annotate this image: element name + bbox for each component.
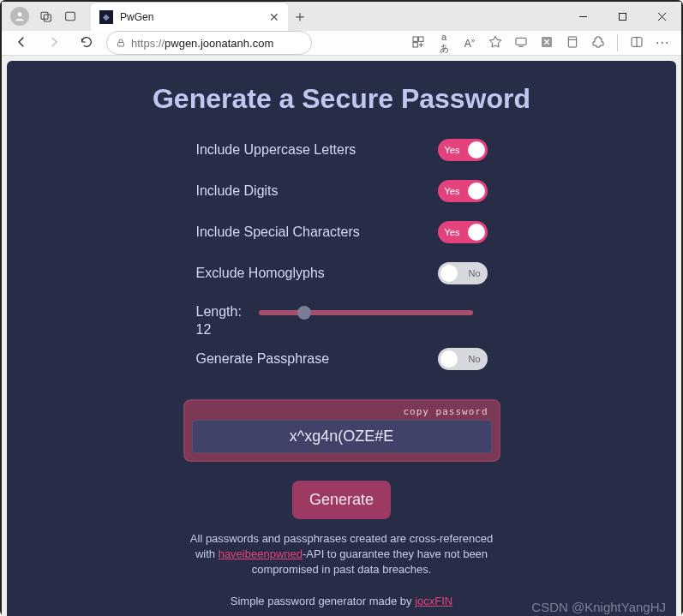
option-label: Generate Passphrase: [196, 351, 330, 367]
toggle-knob: [440, 350, 458, 368]
browser-tab[interactable]: ◆ PwGen ✕: [91, 2, 288, 31]
toggle-knob: [468, 141, 485, 158]
option-label: Include Digits: [196, 183, 279, 199]
toggle-knob: [440, 265, 458, 282]
titlebar: ◆ PwGen ✕ ＋: [2, 2, 681, 31]
more-icon[interactable]: ···: [656, 35, 669, 51]
cast-icon[interactable]: [514, 35, 528, 51]
workspaces-icon[interactable]: [39, 9, 53, 23]
slider-thumb[interactable]: [297, 306, 311, 320]
svg-point-0: [18, 12, 22, 16]
read-aloud-icon[interactable]: A»: [463, 37, 476, 50]
svg-rect-11: [413, 42, 417, 46]
footer: Simple password generator made by jocxFI…: [231, 577, 452, 607]
tab-title: PwGen: [120, 11, 262, 23]
translate-icon[interactable]: aあ: [437, 32, 451, 55]
option-digits: Include Digits Yes: [196, 180, 488, 202]
pwgen-app: Generate a Secure Password Include Upper…: [7, 61, 676, 616]
url-input[interactable]: https://pwgen.joonatanh.com: [106, 31, 312, 55]
toggle-special[interactable]: Yes: [438, 221, 488, 243]
author-link[interactable]: jocxFIN: [415, 595, 452, 607]
lock-icon: [116, 38, 126, 48]
refresh-button[interactable]: [74, 35, 99, 51]
page-title: Generate a Secure Password: [153, 83, 530, 115]
svg-rect-9: [413, 37, 417, 41]
option-label: Exclude Homoglyphs: [196, 266, 325, 281]
minimize-button[interactable]: [563, 2, 602, 31]
profile-icon[interactable]: [10, 7, 29, 26]
forward-button[interactable]: [41, 34, 67, 52]
length-value: 12: [196, 321, 242, 339]
maximize-button[interactable]: [602, 2, 642, 31]
password-output[interactable]: x^xg4n(OZE#E: [192, 420, 492, 453]
option-label: Include Special Characters: [196, 224, 360, 240]
favorite-icon[interactable]: [488, 35, 502, 51]
collections-icon[interactable]: [566, 35, 579, 51]
new-tab-button[interactable]: ＋: [288, 6, 312, 27]
split-screen-icon[interactable]: [630, 35, 644, 51]
tab-close-icon[interactable]: ✕: [269, 11, 279, 23]
copy-password-button[interactable]: copy password: [192, 406, 492, 420]
svg-rect-5: [619, 13, 626, 20]
svg-rect-17: [568, 37, 576, 47]
toggle-knob: [468, 182, 485, 200]
toggle-passphrase[interactable]: No: [438, 348, 488, 370]
length-label: Length:: [196, 303, 242, 321]
svg-rect-2: [44, 15, 51, 21]
option-length: Length: 12: [196, 303, 488, 339]
option-passphrase: Generate Passphrase No: [196, 348, 488, 370]
toggle-homoglyphs[interactable]: No: [438, 262, 488, 284]
info-note: All passwords and passphrases created ar…: [188, 531, 496, 578]
close-button[interactable]: [642, 2, 681, 31]
option-special: Include Special Characters Yes: [196, 221, 488, 243]
browser-window: ◆ PwGen ✕ ＋ https://p: [0, 0, 683, 616]
svg-rect-8: [118, 43, 124, 47]
url-text: https://pwgen.joonatanh.com: [131, 37, 273, 50]
back-button[interactable]: [9, 34, 34, 52]
length-slider[interactable]: [259, 310, 473, 315]
options-panel: Include Uppercase Letters Yes Include Di…: [196, 139, 488, 389]
tab-actions-icon[interactable]: [63, 9, 77, 23]
address-bar: https://pwgen.joonatanh.com aあ A» ···: [2, 31, 681, 56]
tab-favicon-icon: ◆: [99, 10, 113, 24]
svg-rect-14: [516, 38, 526, 45]
option-homoglyphs: Exclude Homoglyphs No: [196, 262, 488, 284]
svg-rect-3: [66, 12, 75, 20]
svg-rect-10: [419, 37, 423, 41]
generate-button[interactable]: Generate: [292, 481, 391, 519]
svg-rect-1: [41, 12, 48, 19]
app-install-icon[interactable]: [411, 35, 425, 51]
password-box: copy password x^xg4n(OZE#E: [183, 399, 500, 462]
blocked-icon[interactable]: [540, 35, 554, 51]
toggle-knob: [468, 224, 485, 241]
option-uppercase: Include Uppercase Letters Yes: [196, 139, 488, 161]
option-label: Include Uppercase Letters: [196, 142, 356, 158]
hibp-link[interactable]: haveibeenpwned: [219, 547, 303, 560]
separator: [617, 34, 618, 51]
extensions-icon[interactable]: [591, 35, 605, 51]
toggle-digits[interactable]: Yes: [438, 180, 488, 202]
toggle-uppercase[interactable]: Yes: [438, 139, 488, 161]
page-content: Generate a Secure Password Include Upper…: [2, 56, 681, 616]
